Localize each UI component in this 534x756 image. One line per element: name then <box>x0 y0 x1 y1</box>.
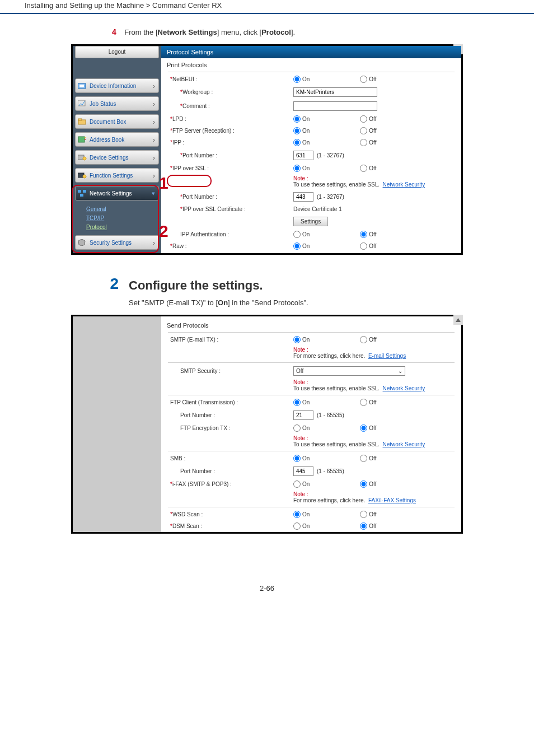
chevron-right-icon: › <box>153 118 155 126</box>
chevron-down-icon: ▾ <box>152 190 155 197</box>
link-fax-settings[interactable]: FAX/i-FAX Settings <box>368 497 416 503</box>
step2-heading: Configure the settings. <box>95 278 509 293</box>
function-settings-icon <box>78 171 87 179</box>
sidebar-placeholder <box>73 316 161 532</box>
nav-function-settings[interactable]: Function Settings › <box>75 168 159 183</box>
security-settings-icon <box>78 239 87 246</box>
link-email-settings[interactable]: E-mail Settings <box>368 353 406 359</box>
comment-input[interactable] <box>293 101 377 111</box>
send-protocols-panel: Send Protocols SMTP (E-mail TX) : On Off… <box>161 316 461 532</box>
ftpc-on[interactable]: On <box>293 399 310 406</box>
dsm-on[interactable]: On <box>293 522 310 530</box>
ifax-on[interactable]: On <box>293 480 310 488</box>
ippauth-off[interactable]: Off <box>360 231 376 238</box>
device-settings-icon <box>78 153 87 161</box>
smb-port-input[interactable] <box>293 466 313 476</box>
breadcrumb: Installing and Setting up the Machine > … <box>0 0 534 13</box>
ftp-on[interactable]: On <box>293 127 310 134</box>
marker-2: 2 <box>159 222 168 241</box>
screenshot-2: Send Protocols SMTP (E-mail TX) : On Off… <box>71 315 463 534</box>
link-network-security[interactable]: Network Security <box>383 181 425 188</box>
job-status-icon <box>78 100 87 108</box>
chevron-right-icon: › <box>153 153 155 162</box>
nav-document-box[interactable]: Document Box › <box>75 114 159 129</box>
nav-network-settings[interactable]: Network Settings ▾ <box>75 186 159 200</box>
screenshot-1: Logout Device Information › Job Status ›… <box>71 44 463 255</box>
sublink-tcpip[interactable]: TCP/IP <box>86 215 161 221</box>
note-netsec-2: Note : To use these settings, enable SSL… <box>161 434 461 450</box>
step2-number: 2 <box>95 276 119 292</box>
chevron-right-icon: › <box>153 136 155 144</box>
svg-point-11 <box>83 175 86 178</box>
chevron-right-icon: › <box>153 100 155 108</box>
raw-on[interactable]: On <box>293 242 310 250</box>
ftpenc-off[interactable]: Off <box>360 424 376 432</box>
svg-rect-13 <box>83 190 86 193</box>
marker-1: 1 <box>159 174 168 193</box>
smtp-off[interactable]: Off <box>360 336 376 343</box>
ippssl-port-input[interactable] <box>293 192 313 202</box>
link-network-security[interactable]: Network Security <box>383 385 425 391</box>
ippssl-off[interactable]: Off <box>360 165 376 172</box>
nav-address-book[interactable]: Address Book › <box>75 132 159 147</box>
step2-body: Set "SMTP (E-mail TX)" to [On] in the "S… <box>129 298 509 307</box>
document-box-icon <box>78 118 87 125</box>
section-print-protocols: Print Protocols <box>161 58 461 71</box>
ftpc-off[interactable]: Off <box>360 399 376 406</box>
nav-device-settings[interactable]: Device Settings › <box>75 150 159 165</box>
panel-header: Protocol Settings <box>161 46 461 58</box>
address-book-icon <box>78 136 87 143</box>
smb-off[interactable]: Off <box>360 455 376 462</box>
link-network-security[interactable]: Network Security <box>383 441 425 447</box>
ipp-on[interactable]: On <box>293 139 310 146</box>
sublink-protocol[interactable]: Protocol <box>86 224 161 230</box>
raw-off[interactable]: Off <box>360 242 376 250</box>
sublink-general[interactable]: General <box>86 206 161 212</box>
ftpenc-on[interactable]: On <box>293 424 310 432</box>
svg-rect-4 <box>78 119 82 120</box>
logout-button[interactable]: Logout <box>75 46 159 58</box>
svg-rect-2 <box>78 100 85 106</box>
lpd-on[interactable]: On <box>293 115 310 123</box>
step4-number: 4 <box>112 27 116 36</box>
svg-rect-7 <box>85 139 86 140</box>
dsm-off[interactable]: Off <box>360 522 376 530</box>
ipp-port-input[interactable] <box>293 151 313 160</box>
chevron-down-icon: ⌄ <box>398 368 402 374</box>
sidebar: Logout Device Information › Job Status ›… <box>73 46 161 253</box>
svg-rect-1 <box>79 85 84 87</box>
netbeui-off[interactable]: Off <box>360 76 376 83</box>
svg-rect-12 <box>78 190 81 193</box>
wsd-off[interactable]: Off <box>360 511 376 518</box>
chevron-right-icon: › <box>153 239 155 247</box>
step4-line: 4 From the [Network Settings] menu, clic… <box>112 27 509 36</box>
lpd-off[interactable]: Off <box>360 115 376 123</box>
nav-device-information[interactable]: Device Information › <box>75 78 159 93</box>
svg-rect-6 <box>85 137 86 138</box>
chevron-right-icon: › <box>153 82 155 90</box>
settings-button[interactable]: Settings <box>293 217 328 226</box>
note-ssl: Note : To use these settings, enable SSL… <box>161 174 461 190</box>
ifax-off[interactable]: Off <box>360 480 376 488</box>
note-netsec-1: Note : To use these settings, enable SSL… <box>161 378 461 394</box>
svg-rect-5 <box>78 137 85 142</box>
ftp-off[interactable]: Off <box>360 127 376 134</box>
ippssl-on[interactable]: On <box>293 165 310 172</box>
wsd-on[interactable]: On <box>293 511 310 518</box>
smtp-security-select[interactable]: Off ⌄ <box>293 366 405 376</box>
ipp-off[interactable]: Off <box>360 139 376 146</box>
workgroup-input[interactable] <box>293 87 377 97</box>
ftp-port-input[interactable] <box>293 410 313 420</box>
nav-security-settings[interactable]: Security Settings › <box>75 235 159 250</box>
netbeui-on[interactable]: On <box>293 76 310 83</box>
sidebar-submenu: General TCP/IP Protocol <box>73 204 161 235</box>
note-fax: Note : For more settings, click here. FA… <box>161 490 461 506</box>
svg-point-9 <box>83 157 86 160</box>
header-rule <box>0 13 534 14</box>
network-settings-icon <box>78 189 87 197</box>
ippauth-on[interactable]: On <box>293 231 310 238</box>
smb-on[interactable]: On <box>293 455 310 462</box>
smtp-on[interactable]: On <box>293 336 310 343</box>
nav-job-status[interactable]: Job Status › <box>75 96 159 111</box>
device-info-icon <box>78 82 87 90</box>
